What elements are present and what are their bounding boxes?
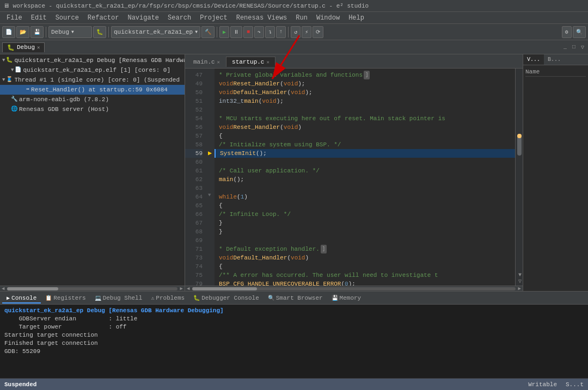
code-line-79: BSP_CFG_HANDLE_UNRECOVERABLE_ERROR ( 0 )… [215,280,515,286]
code-line-73: void Default_Handler ( void ) [215,253,515,262]
tab-registers[interactable]: 📋 Registers [41,294,90,304]
tab-console[interactable]: ▶ Console [2,294,41,304]
scroll-right-btn[interactable]: ▶ [179,286,185,291]
debug-tab-close[interactable]: ✕ [37,45,40,51]
code-line-51: int32_t main ( void ); [215,97,515,106]
code-line-65: { [215,201,515,210]
tab-debugger-console[interactable]: 🐛 Debugger Console [189,294,264,304]
menu-refactor[interactable]: Refactor [83,13,124,23]
tab-main-c-label: main.c [193,59,215,65]
debug-config-dropdown[interactable]: Debug ▼ [48,26,92,38]
toolbar-step-return[interactable]: ↑ [276,26,286,38]
menu-source[interactable]: Source [51,13,83,23]
tree-item-5[interactable]: 🌐 Renesas GDB server (Host) [0,104,185,114]
far-right-tab-b[interactable]: B... [544,54,565,65]
toolbar-open[interactable]: 📂 [16,26,29,38]
toolbar-step-over[interactable]: ↷ [254,26,264,38]
window-title: workspace - quickstart_ek_ra2a1_ep/ra/fs… [13,3,369,9]
code-editor: 47 49 50 51 52 54 56 57 58 59 60 61 62 6… [185,69,523,286]
tree-item-3[interactable]: ➡ Reset_Handler() at startup.c:59 0x6084 [0,85,185,95]
tree-item-2[interactable]: ▼ 🧵 Thread #1 1 (single core) [core: 0] … [0,75,185,85]
horizontal-scrollbar[interactable]: ◀ ▶ [0,286,185,291]
toolbar-stop[interactable]: ■ [243,26,253,38]
menu-project[interactable]: Project [195,13,231,23]
tree-expand-0[interactable]: ▼ [2,56,5,65]
debug-arrow-marker: ▶ [208,149,212,157]
vertical-scrollbar[interactable]: ▼ ▽ [515,69,523,286]
scroll-to-bottom-btn[interactable]: ▽ [518,278,522,284]
panel-maximize-btn[interactable]: □ [571,44,577,51]
variables-name-header: Name [525,67,586,77]
menu-navigate[interactable]: Navigate [123,13,163,23]
menu-help[interactable]: Help [344,13,369,23]
tree-label-2: Thread #1 1 (single core) [core: 0] (Sus… [14,76,185,84]
menu-search[interactable]: Search [163,13,195,23]
project-dropdown[interactable]: quickstart_ek_ra2a1_ep ▼ [111,26,200,38]
code-line-66: /* Infinite Loop. */ [215,210,515,219]
fold-indicator[interactable]: ▼ [208,193,211,198]
status-bar: Suspended Writable S...t [0,378,588,390]
scroll-track[interactable] [7,287,177,290]
code-line-67: } [215,219,515,227]
tree-item-0[interactable]: ▼ 🐛 quickstart_ek_ra2a1_ep Debug [Renesa… [0,55,185,65]
tab-startup-c[interactable]: startup.c ✕ [226,57,275,67]
code-line-54: * MCU starts executing here out of reset… [215,114,515,123]
debug-tab[interactable]: 🐛 Debug ✕ [2,42,45,52]
toolbar-search[interactable]: 🔍 [573,26,586,38]
bottom-tab-bar: ▶ Console 📋 Registers 💻 Debug Shell ⚠ Pr… [0,292,588,305]
console-output: quickstart_ek_ra2a1_ep Debug [Renesas GD… [0,305,588,378]
editor-h-scroll[interactable]: ◀ ▶ [185,286,523,291]
toolbar-save[interactable]: 💾 [30,26,44,38]
menu-run[interactable]: Run [291,13,312,23]
scroll-left-btn[interactable]: ◀ [0,286,6,291]
code-line-69 [215,236,515,245]
menu-edit[interactable]: Edit [27,13,51,23]
editor-scroll-left-btn[interactable]: ◀ [185,286,191,291]
tree-item-1[interactable]: ▼ 📄 quickstart_ek_ra2a1_ep.elf [1] [core… [0,65,185,75]
toolbar-suspend[interactable]: ⏸ [230,26,242,38]
tree-expand-1[interactable]: ▼ [11,66,14,75]
editor-scroll-track[interactable] [192,287,515,290]
toolbar-debug-btn[interactable]: 🐛 [93,26,106,38]
tab-main-c[interactable]: main.c ✕ [187,57,226,67]
toolbar-flash[interactable]: ⚡ [302,26,311,38]
tab-debug-shell-label: Debug Shell [103,295,143,301]
tab-memory[interactable]: 💾 Memory [327,294,366,304]
far-right-tab-v[interactable]: V... [523,54,544,65]
menu-renesas-views[interactable]: Renesas Views [232,13,292,23]
fold-box-47[interactable]: ] [364,71,370,79]
code-content[interactable]: * Private global variables and functions… [215,69,515,286]
scroll-down-btn[interactable]: ▼ [518,272,522,278]
toolbar-settings[interactable]: ⚙ [562,26,572,38]
console-line-header: quickstart_ek_ra2a1_ep Debug [Renesas GD… [4,307,584,315]
gdb-icon: 🔧 [11,95,17,104]
tab-main-c-close[interactable]: ✕ [217,59,220,65]
scroll-thumb[interactable] [7,287,58,290]
editor-scroll-thumb[interactable] [192,287,257,290]
code-line-68: } [215,227,515,236]
tree-expand-2[interactable]: ▼ [2,76,5,84]
toolbar-sep-3 [217,27,217,38]
fold-box-71[interactable]: ] [321,245,327,253]
toolbar-step-into[interactable]: ↴ [265,26,275,38]
tab-smart-browser[interactable]: 🔍 Smart Browser [264,294,327,304]
tab-startup-c-close[interactable]: ✕ [266,59,269,65]
menu-file[interactable]: File [2,13,27,23]
secondary-toolbar: 🐛 Debug ✕ _ □ ▽ [0,40,588,54]
panel-minimize-btn[interactable]: _ [562,44,568,51]
tab-problems[interactable]: ⚠ Problems [146,294,189,304]
tab-debug-shell[interactable]: 💻 Debug Shell [90,294,147,304]
toolbar-resume[interactable]: ▶ [219,26,229,38]
panel-view-menu-btn[interactable]: ▽ [579,44,586,51]
smart-browser-icon: 🔍 [268,295,274,301]
code-line-62: main (); [215,175,515,184]
toolbar-restart[interactable]: ↺ [291,26,301,38]
tree-item-4[interactable]: 🔧 arm-none-eabi-gdb (7.8.2) [0,95,185,104]
debug-marker-col: ▶ ▼ [207,69,215,286]
toolbar-new[interactable]: 📄 [2,26,15,38]
toolbar-build[interactable]: 🔨 [201,26,215,38]
editor-scroll-right-btn[interactable]: ▶ [517,286,523,291]
toolbar-reset[interactable]: ⟳ [313,26,323,38]
menu-bar: File Edit Source Refactor Navigate Searc… [0,12,588,24]
menu-window[interactable]: Window [312,13,344,23]
